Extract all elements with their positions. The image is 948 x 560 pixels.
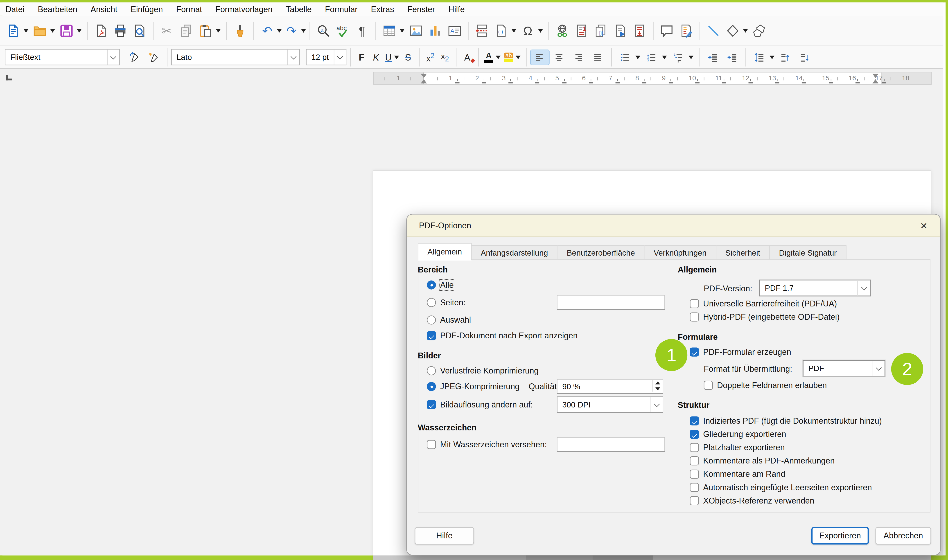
clone-formatting-button[interactable] [230,18,249,43]
superscript-button[interactable]: x2 [423,49,437,65]
comment-button[interactable] [657,18,677,43]
menu-item-extras[interactable]: Extras [364,3,401,16]
checkbox-doppelte-feldnamen[interactable]: Doppelte Feldnamen erlauben [704,381,827,390]
menu-item-einfügen[interactable]: Einfügen [124,3,169,16]
tab-sicherheit[interactable]: Sicherheit [716,245,770,260]
chevron-down-icon[interactable] [287,49,299,65]
chevron-down-icon[interactable] [872,361,885,376]
save-button[interactable] [57,18,83,43]
radio-auswahl[interactable]: Auswahl [427,315,471,325]
undo-button[interactable]: ↶ [257,18,277,43]
tab-anfangsdarstellung[interactable]: Anfangsdarstellung [472,245,558,260]
insert-field-button[interactable]: (-) [492,18,518,43]
abbrechen-button[interactable]: Abbrechen [876,527,931,545]
checkbox-struktur-3[interactable]: Kommentare als PDF-Anmerkungen [690,456,835,465]
dropdown-caret-icon[interactable] [301,29,306,32]
menu-item-formular[interactable]: Formular [318,3,364,16]
checkbox-pdf-formular[interactable]: PDF-Formular erzeugen [690,348,791,357]
hilfe-button[interactable]: Hilfe [415,527,474,545]
redo-button[interactable]: ↷ [282,18,301,43]
underline-button[interactable]: U [383,49,401,65]
font-size-combobox[interactable]: 12 pt [306,49,346,66]
print-preview-button[interactable] [130,18,149,43]
increase-indent-button[interactable] [703,49,722,65]
align-right-button[interactable] [569,49,588,65]
italic-button[interactable]: K [369,49,383,65]
track-changes-button[interactable] [677,18,696,43]
close-icon[interactable]: ✕ [917,219,930,232]
paragraph-style-combobox[interactable]: Fließtext [5,49,120,66]
align-center-button[interactable] [549,49,569,65]
font-name-combobox[interactable]: Lato [171,49,300,66]
wasserzeichen-input[interactable] [557,437,665,452]
chevron-down-icon[interactable] [650,397,663,412]
checkbox-struktur-6[interactable]: XObjects-Referenz verwenden [690,496,814,505]
insert-table-button[interactable] [380,18,406,43]
radio-alle[interactable]: Alle [427,280,454,289]
numbered-list-button[interactable]: 123 [642,49,668,65]
menu-item-formatvorlagen[interactable]: Formatvorlagen [209,3,279,16]
spellcheck-button[interactable]: abc [333,18,352,43]
cut-button[interactable]: ✂ [157,18,177,43]
spin-up-icon[interactable] [653,380,662,386]
chevron-down-icon[interactable] [857,280,870,295]
format-uebermittlung-combobox[interactable]: PDF [803,360,885,377]
tab-allgemein[interactable]: Allgemein [418,243,471,260]
menu-item-tabelle[interactable]: Tabelle [279,3,318,16]
checkbox-bildaufloesung[interactable]: Bildauflösung ändern auf: [427,400,532,409]
insert-chart-button[interactable] [426,18,445,43]
highlight-color-button[interactable]: ab [502,49,522,65]
page-break-button[interactable] [472,18,492,43]
menu-item-bearbeiten[interactable]: Bearbeiten [31,3,84,16]
radio-jpeg[interactable]: JPEG-Komprimierung Qualität: [427,382,559,391]
align-left-button[interactable] [530,49,549,65]
tab-stop-selector-icon[interactable] [6,75,12,80]
dropdown-caret-icon[interactable] [277,29,282,32]
tab-benutzeroberfl-che[interactable]: Benutzeroberfläche [558,245,645,260]
radio-seiten[interactable]: Seiten: [427,298,465,307]
checkbox-hybrid-pdf[interactable]: Hybrid-PDF (eingebettete ODF-Datei) [690,312,840,322]
bullet-list-button[interactable] [616,49,642,65]
checkbox-struktur-2[interactable]: Platzhalter exportieren [690,443,785,452]
radio-verlustfrei[interactable]: Verlustfreie Komprimierung [427,366,539,375]
insert-image-button[interactable] [406,18,426,43]
export-pdf-button[interactable] [91,18,111,43]
draw-functions-button[interactable] [750,18,769,43]
seiten-input[interactable] [557,295,665,310]
insert-text-box-button[interactable]: A [445,18,464,43]
menu-item-fenster[interactable]: Fenster [401,3,442,16]
checkbox-struktur-5[interactable]: Automatisch eingefügte Leerseiten export… [690,483,872,492]
dpi-combobox[interactable]: 300 DPI [557,397,663,413]
pdf-version-combobox[interactable]: PDF 1.7 [759,280,871,296]
checkbox-pdfua[interactable]: Universelle Barrierefreiheit (PDF/UA) [690,299,837,308]
insert-section-button[interactable] [630,18,649,43]
copy-button[interactable] [177,18,196,43]
basic-shapes-button[interactable] [723,18,750,43]
find-replace-button[interactable]: a [314,18,333,43]
insert-bookmark-button[interactable] [611,18,630,43]
decrease-paragraph-spacing-button[interactable] [796,49,815,65]
chevron-down-icon[interactable] [334,49,346,65]
paste-button[interactable] [196,18,222,43]
update-style-button[interactable] [125,49,144,65]
strikethrough-button[interactable]: S [401,49,415,65]
hyperlink-button[interactable] [552,18,572,43]
dialog-titlebar[interactable]: PDF-Optionen ✕ [407,215,940,237]
menu-item-ansicht[interactable]: Ansicht [84,3,124,16]
first-line-indent-marker[interactable] [421,74,427,78]
new-document-button[interactable] [4,18,30,43]
insert-cross-reference-button[interactable]: [i] [591,18,611,43]
menu-item-hilfe[interactable]: Hilfe [442,3,471,16]
menu-item-format[interactable]: Format [169,3,209,16]
decrease-indent-button[interactable] [722,49,742,65]
outline-list-button[interactable]: 1 [669,49,695,65]
open-button[interactable] [30,18,57,43]
checkbox-struktur-4[interactable]: Kommentare am Rand [690,469,785,478]
checkbox-wasserzeichen[interactable]: Mit Wasserzeichen versehen: [427,440,547,449]
new-style-button[interactable] [144,49,163,65]
formatting-marks-button[interactable]: ¶ [352,18,372,43]
checkbox-struktur-0[interactable]: Indiziertes PDF (fügt die Dokumentstrukt… [690,417,882,425]
line-spacing-button[interactable] [749,49,776,65]
checkbox-struktur-1[interactable]: Gliederung exportieren [690,430,786,439]
exportieren-button[interactable]: Exportieren [811,527,869,545]
